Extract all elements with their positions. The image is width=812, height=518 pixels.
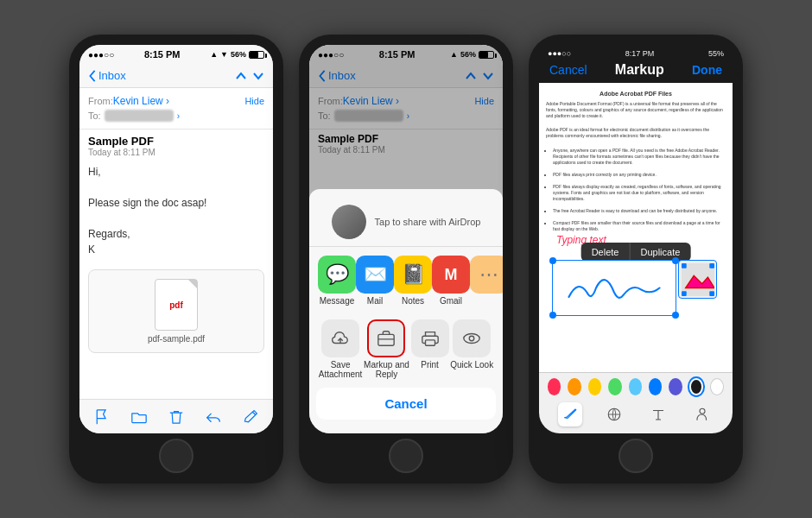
to-label-1: To: bbox=[88, 111, 101, 121]
svg-rect-8 bbox=[682, 291, 687, 296]
battery-icon-1 bbox=[249, 51, 264, 59]
color-lightblue[interactable] bbox=[629, 378, 642, 395]
signal-icon: ▼ bbox=[220, 50, 228, 59]
trash-button[interactable] bbox=[167, 407, 186, 426]
dot-tl bbox=[549, 257, 556, 264]
color-yellow[interactable] bbox=[588, 378, 601, 395]
image-thumbnail[interactable] bbox=[678, 260, 717, 299]
markup-content: Adobe Acrobat PDF Files Adobe Portable D… bbox=[539, 83, 733, 372]
gmail-icon: M bbox=[432, 256, 470, 294]
phone-1: ●●●○○ 8:15 PM ▲ ▼ 56% Inbox bbox=[69, 35, 283, 483]
color-orange[interactable] bbox=[568, 378, 580, 395]
notes-icon: 📓 bbox=[394, 256, 432, 294]
cancel-button-sheet[interactable]: Cancel bbox=[316, 388, 496, 420]
svg-rect-0 bbox=[378, 334, 394, 345]
svg-point-4 bbox=[469, 336, 474, 341]
nav-arrows-1[interactable] bbox=[235, 70, 264, 82]
text-icon bbox=[650, 407, 666, 422]
dot-bl bbox=[549, 312, 556, 319]
status-dots-3: ●●●○○ bbox=[548, 49, 571, 58]
notes-label: Notes bbox=[402, 296, 424, 306]
quicklook-icon bbox=[453, 319, 491, 357]
down-arrow-icon[interactable] bbox=[252, 70, 264, 82]
share-action-markup[interactable]: Markup andReply bbox=[364, 319, 409, 379]
text-tool-button[interactable] bbox=[646, 402, 670, 426]
gmail-label: Gmail bbox=[440, 296, 462, 306]
reply-button[interactable] bbox=[204, 407, 223, 426]
message-icon: 💬 bbox=[318, 256, 356, 294]
color-toolbar bbox=[539, 372, 733, 433]
share-action-save[interactable]: SaveAttachment bbox=[319, 319, 363, 379]
color-blue[interactable] bbox=[649, 378, 662, 395]
compose-icon bbox=[243, 409, 258, 425]
email-content-1: From: Kevin Liew › Hide To: › Sample PDF… bbox=[79, 88, 273, 399]
color-black[interactable] bbox=[689, 378, 703, 395]
delete-button-markup[interactable]: Delete bbox=[581, 243, 631, 262]
cancel-button-markup[interactable]: Cancel bbox=[549, 63, 587, 77]
globe-icon bbox=[606, 407, 622, 422]
share-apps-row: 💬 Message ✉️ Mail 📓 Notes M Gmail bbox=[309, 252, 503, 309]
share-app-more[interactable]: ⋯ bbox=[470, 256, 503, 306]
svg-rect-2 bbox=[425, 340, 435, 345]
tool-row bbox=[548, 401, 724, 428]
color-green[interactable] bbox=[608, 378, 621, 395]
pdf-attachment-1[interactable]: pdf pdf-sample.pdf bbox=[88, 269, 264, 353]
person-tool-button[interactable] bbox=[690, 402, 714, 426]
pdf-icon-1: pdf bbox=[155, 279, 198, 331]
share-action-print[interactable]: Print bbox=[411, 319, 449, 379]
folder-button[interactable] bbox=[130, 407, 149, 426]
home-button-2[interactable] bbox=[389, 439, 423, 473]
reply-icon bbox=[206, 409, 221, 425]
phone-3: ●●●○○ 8:17 PM 55% Cancel Markup Done Ado… bbox=[529, 35, 743, 483]
phone-2: ●●●○○ 8:15 PM ▲ 56% Inbox bbox=[299, 35, 513, 483]
duplicate-button-markup[interactable]: Duplicate bbox=[630, 243, 690, 262]
svg-point-3 bbox=[464, 334, 479, 344]
back-button-1[interactable]: Inbox bbox=[88, 69, 126, 82]
trash-icon bbox=[169, 409, 183, 425]
home-button-3[interactable] bbox=[619, 439, 653, 473]
email-body-1: Hi, Please sign the doc asap! Regards, K bbox=[79, 159, 273, 262]
share-app-mail[interactable]: ✉️ Mail bbox=[356, 256, 394, 306]
color-purple[interactable] bbox=[669, 378, 682, 395]
globe-tool-button[interactable] bbox=[602, 402, 626, 426]
home-button-1[interactable] bbox=[159, 439, 193, 473]
time-3: 8:17 PM bbox=[625, 49, 655, 58]
color-white[interactable] bbox=[710, 378, 724, 395]
time-1: 8:15 PM bbox=[144, 49, 181, 60]
svg-rect-7 bbox=[709, 263, 714, 268]
share-actions-row: SaveAttachment Markup andReply bbox=[309, 316, 503, 382]
pen-tool-button[interactable] bbox=[558, 402, 582, 426]
chevron-left-icon bbox=[88, 70, 97, 82]
share-overlay: Tap to share with AirDrop 💬 Message ✉️ M… bbox=[309, 45, 503, 433]
dot-br bbox=[672, 312, 679, 319]
briefcase-icon bbox=[377, 329, 396, 348]
share-app-message[interactable]: 💬 Message bbox=[318, 256, 356, 306]
share-app-notes[interactable]: 📓 Notes bbox=[394, 256, 432, 306]
flag-button[interactable] bbox=[92, 407, 111, 426]
done-button-markup[interactable]: Done bbox=[692, 63, 722, 77]
nav-bar-1: Inbox bbox=[79, 64, 273, 88]
quicklook-label: Quick Look bbox=[450, 360, 493, 370]
markup-nav: ●●●○○ 8:17 PM 55% Cancel Markup Done bbox=[539, 45, 733, 83]
share-action-quicklook[interactable]: Quick Look bbox=[450, 319, 493, 379]
up-arrow-icon[interactable] bbox=[235, 70, 247, 82]
signature-svg bbox=[553, 261, 676, 315]
markup-icon bbox=[367, 319, 405, 357]
to-chevron: › bbox=[177, 111, 180, 121]
pen-icon bbox=[562, 407, 578, 422]
print-icon bbox=[411, 319, 449, 357]
hide-button-1[interactable]: Hide bbox=[244, 96, 264, 106]
from-name-1: Kevin Liew › bbox=[113, 95, 169, 107]
print-label: Print bbox=[421, 360, 439, 370]
share-app-gmail[interactable]: M Gmail bbox=[432, 256, 470, 306]
battery-pct: 56% bbox=[231, 50, 246, 59]
compose-button[interactable] bbox=[241, 407, 260, 426]
to-row-1: To: › bbox=[88, 110, 264, 122]
airdrop-hint: Tap to share with AirDrop bbox=[375, 217, 481, 227]
signature-area[interactable] bbox=[552, 260, 676, 316]
pdf-filename-1: pdf-sample.pdf bbox=[148, 334, 205, 344]
svg-rect-9 bbox=[709, 291, 714, 296]
mail-icon: ✉️ bbox=[356, 256, 394, 294]
color-red[interactable] bbox=[548, 378, 561, 395]
more-icon: ⋯ bbox=[470, 256, 503, 294]
